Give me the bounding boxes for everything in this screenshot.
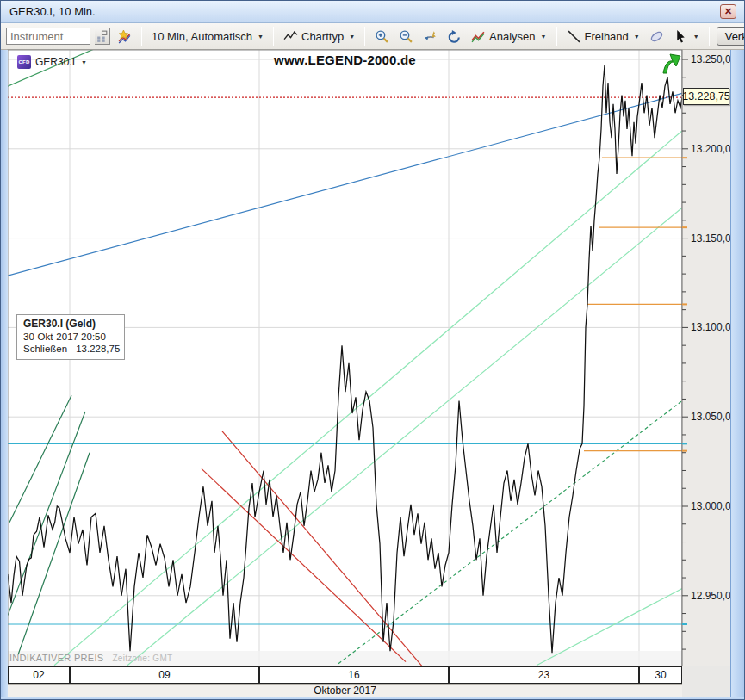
tooltip-row-label: Schließen	[23, 343, 67, 355]
watermark: www.LEGEND-2000.de	[8, 53, 682, 67]
axis-corner	[682, 666, 730, 697]
buy-signal-arrow-icon	[661, 52, 681, 78]
footnote: INDIKATIVER PREIS Zeitzone: GMT	[9, 653, 172, 663]
date-axis[interactable]: 0209162330	[8, 666, 682, 684]
date-axis-cell: 16	[259, 666, 449, 684]
timezone-label: Zeitzone: GMT	[112, 654, 172, 663]
app-window: GER30.I, 10 Min. ✕ 10 Min, Automatisch ▼	[0, 0, 745, 700]
date-axis-cell: 09	[70, 666, 259, 684]
tooltip-datetime: 30-Okt-2017 20:50	[23, 331, 118, 343]
tooltip-title: GER30.I (Geld)	[23, 318, 118, 331]
month-label: Oktober 2017	[314, 685, 376, 697]
window-border-right[interactable]	[730, 50, 745, 697]
month-axis[interactable]: Oktober 2017	[8, 684, 682, 697]
date-axis-cell: 23	[449, 666, 639, 684]
tooltip-row-value: 13.228,75	[76, 343, 120, 355]
date-axis-cell: 30	[639, 666, 682, 684]
date-axis-cell: 02	[8, 666, 70, 684]
price-axis-panel[interactable]	[682, 50, 730, 697]
window-border-bottom[interactable]	[1, 697, 745, 700]
data-tooltip: GER30.I (Geld) 30-Okt-2017 20:50 Schließ…	[16, 314, 125, 360]
current-price-flag: 13.228,75	[683, 88, 729, 105]
window-border-left	[1, 50, 8, 697]
indicative-price-label: INDIKATIVER PREIS	[9, 653, 103, 663]
